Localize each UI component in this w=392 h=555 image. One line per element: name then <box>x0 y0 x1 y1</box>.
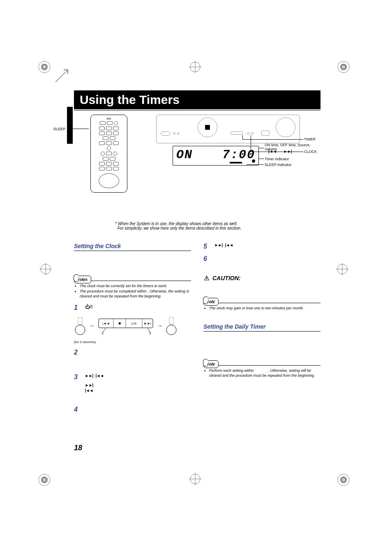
step-4: 4 <box>74 406 191 413</box>
svg-point-35 <box>166 325 176 335</box>
svg-text:►►|: ►►| <box>144 322 151 325</box>
step-2: 2 <box>74 349 191 356</box>
svg-point-8 <box>43 478 46 481</box>
heading-daily-timer: Setting the Daily Timer <box>203 323 321 332</box>
unit-step-a <box>74 315 86 336</box>
heading-setting-clock: Setting the Clock <box>74 243 191 251</box>
reg-mark-bl <box>37 472 52 487</box>
svg-rect-36 <box>169 318 173 324</box>
lcd-callout-sleep: SLEEP indicator <box>265 163 291 167</box>
step-5: 5 ►►| |◄◄ <box>203 243 321 250</box>
reg-mark-b <box>189 473 201 485</box>
notes-label: Notes <box>74 276 91 283</box>
left-column: Setting the Clock Notes The clock must b… <box>74 243 191 413</box>
next-icon-2: ►►| <box>85 383 93 387</box>
lcd-callout-top: ON time, OFF time, Source, Volume <box>265 143 321 151</box>
note-label-2: Note <box>203 360 219 368</box>
black-side-tab <box>67 107 73 144</box>
remote-outline: JVC <box>90 115 127 193</box>
svg-point-25 <box>75 325 85 335</box>
lcd-left-text: ON <box>176 148 193 162</box>
lcd-callout-timer: Timer indicator <box>265 157 289 161</box>
svg-text:■: ■ <box>118 321 121 325</box>
svg-text:|◄◄: |◄◄ <box>102 322 110 325</box>
svg-point-2 <box>43 65 46 69</box>
reg-mark-tl <box>37 60 52 74</box>
process-diagram: → |◄◄ ■ ▷/II ►►| → <box>74 315 191 336</box>
next-icon-3: ►►| <box>214 243 223 247</box>
reg-mark-r <box>336 263 348 275</box>
lcd-display: ON 7:00 <box>173 146 259 166</box>
prev-icon-3: |◄◄ <box>225 243 233 247</box>
svg-text:▷/II: ▷/II <box>131 322 137 325</box>
reg-mark-tr <box>336 60 351 74</box>
process-caption: (for 2 seconds) <box>74 340 191 344</box>
reg-mark-l <box>39 263 52 275</box>
power-icon: ⏻/I <box>85 304 93 310</box>
reg-mark-br <box>336 472 351 487</box>
page-content: Using the Timers SLEEP JVC <box>74 90 321 413</box>
step-6: 6 <box>203 255 321 263</box>
svg-rect-37 <box>206 277 207 279</box>
crop-arrow-tl <box>53 68 70 86</box>
step-3: 3 ►►| |◄◄ ►►| |◄◄ <box>74 373 191 393</box>
note-1-text: The clock may gain or lose one to two mi… <box>203 306 321 311</box>
step-1: 1 ⏻/I <box>74 304 191 311</box>
next-icon: ►►| <box>85 373 93 378</box>
prev-icon-2: |◄◄ <box>85 388 93 393</box>
title-underline <box>74 110 321 111</box>
right-column: 5 ►►| |◄◄ 6 CAUTION: <box>203 243 321 413</box>
page-title: Using the Timers <box>74 90 321 109</box>
svg-point-5 <box>342 65 345 69</box>
lcd-clock-indicator <box>252 159 255 163</box>
svg-rect-26 <box>78 318 82 324</box>
svg-rect-38 <box>206 279 207 280</box>
lcd-right-text: 7:00 <box>222 148 255 162</box>
lcd-bar-indicator <box>230 162 242 164</box>
columns: Setting the Clock Notes The clock must b… <box>74 243 321 413</box>
note-2-text: Perform each setting within . Otherwise,… <box>203 368 321 378</box>
unit-step-b: |◄◄ ■ ▷/II ►►| <box>97 315 154 336</box>
reg-mark-t <box>189 61 201 73</box>
unit-step-c <box>165 315 178 336</box>
note-label-1: Note <box>203 298 219 306</box>
remote-brand: JVC <box>93 117 125 120</box>
page-number: 18 <box>74 444 82 452</box>
prev-icon: |◄◄ <box>95 373 104 378</box>
caution-icon <box>203 275 210 281</box>
unit-timer-label: TIMER <box>304 137 316 141</box>
remote-sleep-label: SLEEP <box>53 127 65 131</box>
footnote: * When the System is in use, the display… <box>115 221 321 230</box>
svg-point-11 <box>342 478 345 481</box>
remote-diagram: SLEEP JVC <box>74 115 140 193</box>
notes-list: The clock must be correctly set for the … <box>74 283 191 299</box>
caution-heading: CAUTION: <box>203 275 321 281</box>
